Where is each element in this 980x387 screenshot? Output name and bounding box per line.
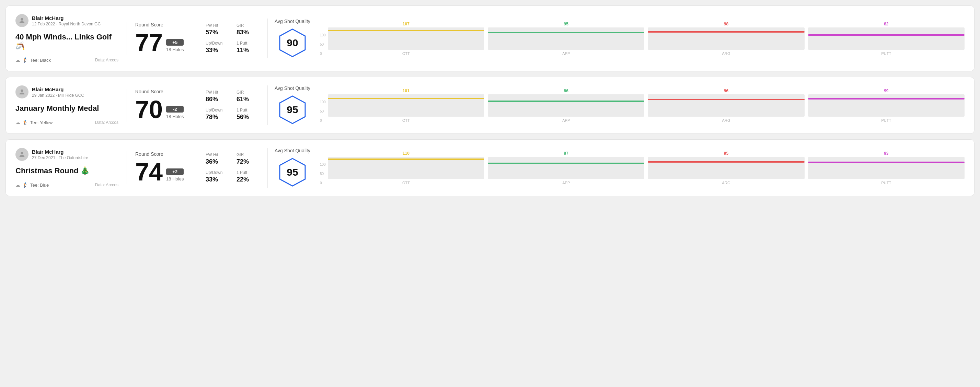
- user-name: Blair McHarg: [32, 149, 88, 155]
- score-badge-holes: -2 18 Holes: [166, 106, 184, 122]
- oneputt-value: 56%: [237, 114, 261, 121]
- oneputt-value: 11%: [237, 47, 261, 54]
- fw-hit-value: 36%: [205, 158, 230, 165]
- score-badge: -2: [166, 106, 184, 113]
- tee-info: ☁ 🏌 Tee: Black: [16, 57, 51, 63]
- tee-data-row: ☁ 🏌 Tee: Black Data: Arccos: [16, 57, 118, 63]
- gir-value: 61%: [237, 96, 261, 103]
- fw-hit-value: 57%: [205, 29, 230, 36]
- card-left-section: Blair McHarg 27 Dec 2021 · The Oxfordshi…: [16, 148, 125, 188]
- stats-grid: FW Hit 86% GIR 61% Up/Down 78% 1 Putt 56…: [205, 90, 261, 121]
- score-holes: 18 Holes: [166, 176, 184, 181]
- stats-grid: FW Hit 36% GIR 72% Up/Down 33% 1 Putt 22…: [205, 152, 261, 183]
- fw-hit-label: FW Hit: [205, 90, 230, 95]
- quality-score: 95: [286, 104, 298, 116]
- bag-icon: 🏌: [22, 182, 28, 188]
- stats-section: FW Hit 36% GIR 72% Up/Down 33% 1 Putt 22…: [205, 152, 261, 183]
- score-number: 74: [135, 160, 163, 184]
- avatar: [16, 148, 29, 161]
- gir-value: 72%: [237, 158, 261, 165]
- quality-section: Avg Shot Quality 90 100 50 0 107: [267, 19, 964, 58]
- avatar: [16, 14, 29, 27]
- hexagon-quality: 90: [277, 27, 308, 58]
- hexagon-quality: 95: [277, 157, 308, 188]
- fw-hit-label: FW Hit: [205, 152, 230, 157]
- user-header: Blair McHarg 27 Dec 2021 · The Oxfordshi…: [16, 148, 118, 161]
- gir-stat: GIR 61%: [237, 90, 261, 103]
- shot-quality-chart: 100 50 0 101 OTT 86 APP: [320, 89, 964, 122]
- card-left-section: Blair McHarg 12 Feb 2022 · Royal North D…: [16, 14, 125, 63]
- user-info: Blair McHarg 29 Jan 2022 · Mill Ride GCC: [32, 86, 84, 98]
- svg-point-0: [21, 18, 23, 21]
- score-holes: 18 Holes: [166, 47, 184, 52]
- round-score-label: Round Score: [135, 151, 195, 157]
- rounds-list: Blair McHarg 12 Feb 2022 · Royal North D…: [5, 5, 975, 196]
- score-section: Round Score 70 -2 18 Holes: [127, 89, 195, 122]
- chart-bar-app: 87 APP: [488, 151, 644, 185]
- chart-bar-app: 95 APP: [488, 22, 644, 56]
- updown-stat: Up/Down 78%: [205, 108, 230, 121]
- score-number: 77: [135, 30, 163, 55]
- tee-label: Tee: Black: [30, 58, 51, 63]
- svg-point-4: [21, 152, 23, 154]
- user-info: Blair McHarg 12 Feb 2022 · Royal North D…: [32, 15, 100, 26]
- oneputt-label: 1 Putt: [237, 108, 261, 113]
- chart-bar-ott: 107 OTT: [328, 22, 484, 56]
- updown-label: Up/Down: [205, 108, 230, 113]
- date-venue: 27 Dec 2021 · The Oxfordshire: [32, 155, 88, 160]
- user-name: Blair McHarg: [32, 15, 100, 21]
- fw-hit-label: FW Hit: [205, 23, 230, 28]
- tee-label: Tee: Yellow: [30, 120, 52, 125]
- bag-icon: 🏌: [22, 57, 28, 63]
- stats-section: FW Hit 57% GIR 83% Up/Down 33% 1 Putt 11…: [205, 23, 261, 54]
- round-title: 40 Mph Winds... Links Golf 🪃: [16, 33, 118, 51]
- round-score-label: Round Score: [135, 22, 195, 27]
- date-venue: 29 Jan 2022 · Mill Ride GCC: [32, 93, 84, 98]
- oneputt-stat: 1 Putt 11%: [237, 41, 261, 54]
- gir-label: GIR: [237, 23, 261, 28]
- user-header: Blair McHarg 29 Jan 2022 · Mill Ride GCC: [16, 86, 118, 98]
- fw-hit-value: 86%: [205, 96, 230, 103]
- tee-info: ☁ 🏌 Tee: Blue: [16, 182, 49, 188]
- quality-label: Avg Shot Quality: [275, 148, 310, 153]
- weather-icon: ☁: [16, 182, 20, 188]
- tee-data-row: ☁ 🏌 Tee: Blue Data: Arccos: [16, 182, 118, 188]
- tee-label: Tee: Blue: [30, 182, 49, 188]
- round-card-3: Blair McHarg 27 Dec 2021 · The Oxfordshi…: [5, 139, 975, 196]
- quality-section: Avg Shot Quality 95 100 50 0 110: [267, 148, 964, 188]
- quality-section: Avg Shot Quality 95 100 50 0 101: [267, 86, 964, 125]
- oneputt-label: 1 Putt: [237, 170, 261, 175]
- score-main: 77 +5 18 Holes: [135, 30, 195, 55]
- fw-hit-stat: FW Hit 57%: [205, 23, 230, 36]
- gir-stat: GIR 83%: [237, 23, 261, 36]
- svg-point-2: [21, 90, 23, 92]
- updown-value: 78%: [205, 114, 230, 121]
- quality-left: Avg Shot Quality 95: [275, 86, 310, 125]
- bag-icon: 🏌: [22, 120, 28, 125]
- chart-bar-putt: 93 PUTT: [808, 151, 964, 185]
- fw-hit-stat: FW Hit 36%: [205, 152, 230, 165]
- round-title: January Monthly Medal: [16, 104, 118, 113]
- chart-bar-putt: 82 PUTT: [808, 22, 964, 56]
- oneputt-value: 22%: [237, 176, 261, 183]
- tee-info: ☁ 🏌 Tee: Yellow: [16, 120, 52, 125]
- user-header: Blair McHarg 12 Feb 2022 · Royal North D…: [16, 14, 118, 27]
- user-name: Blair McHarg: [32, 86, 84, 92]
- data-source-label: Data: Arccos: [95, 58, 118, 62]
- tee-data-row: ☁ 🏌 Tee: Yellow Data: Arccos: [16, 120, 118, 125]
- updown-value: 33%: [205, 47, 230, 54]
- score-section: Round Score 77 +5 18 Holes: [127, 22, 195, 55]
- updown-value: 33%: [205, 176, 230, 183]
- weather-icon: ☁: [16, 57, 20, 63]
- hexagon-quality: 95: [277, 94, 308, 125]
- weather-icon: ☁: [16, 120, 20, 125]
- stats-section: FW Hit 86% GIR 61% Up/Down 78% 1 Putt 56…: [205, 90, 261, 121]
- gir-label: GIR: [237, 152, 261, 157]
- updown-stat: Up/Down 33%: [205, 170, 230, 183]
- round-card-1: Blair McHarg 12 Feb 2022 · Royal North D…: [5, 5, 975, 71]
- score-main: 74 +2 18 Holes: [135, 160, 195, 184]
- card-left-section: Blair McHarg 29 Jan 2022 · Mill Ride GCC…: [16, 86, 125, 125]
- updown-label: Up/Down: [205, 41, 230, 46]
- gir-label: GIR: [237, 90, 261, 95]
- chart-bar-ott: 101 OTT: [328, 89, 484, 122]
